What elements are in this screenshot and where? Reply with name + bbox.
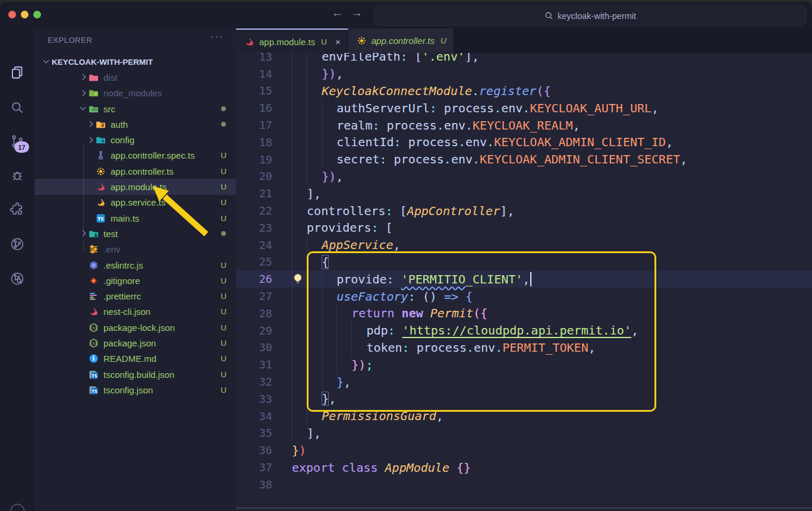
code-line-19[interactable]: 19secret: process.env.KEYCLOAK_ADMIN_CLI… (236, 151, 812, 168)
line-number[interactable]: 30 (236, 341, 272, 354)
code-line-27[interactable]: 27useFactory: () => { (236, 288, 812, 305)
tab-app.module.ts[interactable]: app.module.tsU× (236, 29, 348, 54)
code-line-13[interactable]: 13envFilePath: ['.env'], (236, 53, 812, 65)
nav-back-icon[interactable]: ← (332, 7, 343, 20)
tree-item-node_modules[interactable]: node_modules (34, 86, 236, 101)
source-control-icon[interactable]: 17 (10, 134, 25, 149)
code-line-35[interactable]: 35], (236, 425, 812, 442)
code-line-29[interactable]: 29pdp: 'https://cloudpdp.api.permit.io', (236, 322, 812, 339)
code-line-37[interactable]: 37export class AppModule {} (236, 459, 812, 476)
tree-item-nest-cli.json[interactable]: nest-cli.jsonU (34, 304, 236, 320)
code-line-21[interactable]: 21], (236, 185, 812, 202)
line-number[interactable]: 33 (236, 393, 272, 405)
code-line-30[interactable]: 30token: process.env.PERMIT_TOKEN, (236, 339, 812, 357)
code-line-15[interactable]: 15KeycloakConnectModule.register({ (236, 83, 812, 100)
code-line-32[interactable]: 32}, (236, 373, 812, 390)
line-number[interactable]: 28 (236, 307, 272, 320)
account-icon[interactable] (11, 504, 24, 511)
code-line-33[interactable]: 33}, (236, 390, 812, 408)
code-line-14[interactable]: 14}), (236, 65, 812, 83)
extensions-icon[interactable] (10, 202, 25, 217)
close-tab-icon[interactable]: × (335, 37, 341, 47)
line-number[interactable]: 24 (236, 239, 272, 251)
tree-item-.eslintrc.js[interactable]: .eslintrc.jsU (34, 257, 236, 273)
line-number[interactable]: 15 (236, 84, 272, 97)
search-icon[interactable] (10, 100, 25, 115)
tree-item-.env[interactable]: .env (34, 242, 236, 257)
command-center-search[interactable]: keycloak-with-permit (374, 6, 806, 26)
gitlens-icon[interactable] (10, 236, 25, 252)
tree-item-.gitignore[interactable]: .gitignoreU (34, 273, 236, 288)
tree-item-test[interactable]: test (34, 226, 236, 241)
line-number[interactable]: 26 (236, 273, 272, 285)
tree-root-KEYCLOAK-WITH-PERMIT[interactable]: KEYCLOAK-WITH-PERMIT (34, 54, 236, 70)
tree-item-README.md[interactable]: iREADME.mdU (34, 351, 236, 367)
line-number[interactable]: 21 (236, 187, 272, 200)
line-number[interactable]: 36 (236, 444, 272, 456)
code-line-17[interactable]: 17realm: process.env.KEYCLOAK_REALM, (236, 116, 812, 134)
line-number[interactable]: 35 (236, 427, 272, 439)
code-line-31[interactable]: 31}); (236, 356, 812, 373)
line-number[interactable]: 23 (236, 222, 272, 234)
tree-item-package.json[interactable]: {s}package.jsonU (34, 335, 236, 351)
tree-item-tsconfig.json[interactable]: TStsconfig.jsonU (34, 382, 236, 398)
line-number[interactable]: 16 (236, 102, 272, 114)
tree-item-app.service.ts[interactable]: app.service.tsU (34, 195, 236, 210)
zoom-window-button[interactable] (33, 11, 41, 18)
chevron-down-icon[interactable] (43, 59, 49, 65)
code-line-22[interactable]: 22controllers: [AppController], (236, 202, 812, 219)
line-number[interactable]: 22 (236, 204, 272, 217)
chevron-right-icon[interactable] (87, 121, 93, 127)
chevron-right-icon[interactable] (80, 90, 86, 96)
tree-item-src[interactable]: </>src (34, 101, 236, 116)
tree-item-app.module.ts[interactable]: app.module.tsU (34, 179, 236, 194)
line-number[interactable]: 34 (236, 410, 272, 422)
code-line-16[interactable]: 16authServerUrl: process.env.KEYCLOAK_AU… (236, 99, 812, 116)
line-number[interactable]: 31 (236, 358, 272, 371)
code-line-34[interactable]: 34PermissionsGuard, (236, 408, 812, 425)
nav-forward-icon[interactable]: → (351, 7, 363, 20)
code-line-25[interactable]: 25{ (236, 254, 812, 271)
line-number[interactable]: 32 (236, 376, 272, 388)
chevron-down-icon[interactable] (80, 106, 86, 112)
explorer-icon[interactable] (10, 65, 25, 80)
tree-item-auth[interactable]: auth (34, 116, 236, 132)
code-line-38[interactable]: 38 (236, 476, 812, 493)
code-line-24[interactable]: 24AppService, (236, 236, 812, 254)
lightbulb-icon[interactable] (292, 273, 304, 286)
close-window-button[interactable] (8, 11, 16, 18)
line-number[interactable]: 18 (236, 136, 272, 149)
tree-item-app.controller.spec.ts[interactable]: app.controller.spec.tsU (34, 148, 236, 163)
tree-item-main.ts[interactable]: TSmain.tsU (34, 210, 236, 226)
line-number[interactable]: 27 (236, 290, 272, 302)
code-line-18[interactable]: 18clientId: process.env.KEYCLOAK_ADMIN_C… (236, 134, 812, 151)
code-lines[interactable]: 13envFilePath: ['.env'],14}),15KeycloakC… (236, 53, 812, 493)
line-number[interactable]: 38 (236, 478, 272, 491)
tree-item-dist[interactable]: dist (34, 70, 236, 85)
debug-icon[interactable] (10, 168, 25, 183)
gitlens-inspect-icon[interactable] (10, 271, 25, 286)
code-editor[interactable]: 13envFilePath: ['.env'],14}),15KeycloakC… (236, 53, 812, 511)
chevron-right-icon[interactable] (80, 74, 86, 80)
line-number[interactable]: 19 (236, 153, 272, 166)
line-number[interactable]: 25 (236, 256, 272, 268)
tree-item-tsconfig.build.json[interactable]: TStsconfig.build.jsonU (34, 367, 236, 382)
line-number[interactable]: 37 (236, 461, 272, 474)
tree-item-package-lock.json[interactable]: {s}package-lock.jsonU (34, 320, 236, 335)
code-line-20[interactable]: 20}), (236, 168, 812, 185)
code-line-26[interactable]: 26provide: 'PERMITIO_CLIENT', (236, 270, 812, 288)
line-number[interactable]: 13 (236, 53, 272, 63)
line-number[interactable]: 20 (236, 170, 272, 182)
line-number[interactable]: 17 (236, 119, 272, 131)
more-actions-icon[interactable]: ··· (210, 31, 224, 43)
chevron-right-icon[interactable] (80, 231, 86, 236)
tab-app.controller.ts[interactable]: app.controller.tsU (348, 29, 454, 53)
minimize-window-button[interactable] (21, 11, 29, 18)
tree-item-app.controller.ts[interactable]: app.controller.tsU (34, 163, 236, 179)
code-line-36[interactable]: 36}) (236, 441, 812, 459)
line-number[interactable]: 14 (236, 68, 272, 80)
tree-item-.prettierrc[interactable]: .prettierrcU (34, 288, 236, 304)
chevron-right-icon[interactable] (87, 137, 93, 143)
code-line-23[interactable]: 23providers: [ (236, 219, 812, 236)
line-number[interactable]: 29 (236, 324, 272, 337)
